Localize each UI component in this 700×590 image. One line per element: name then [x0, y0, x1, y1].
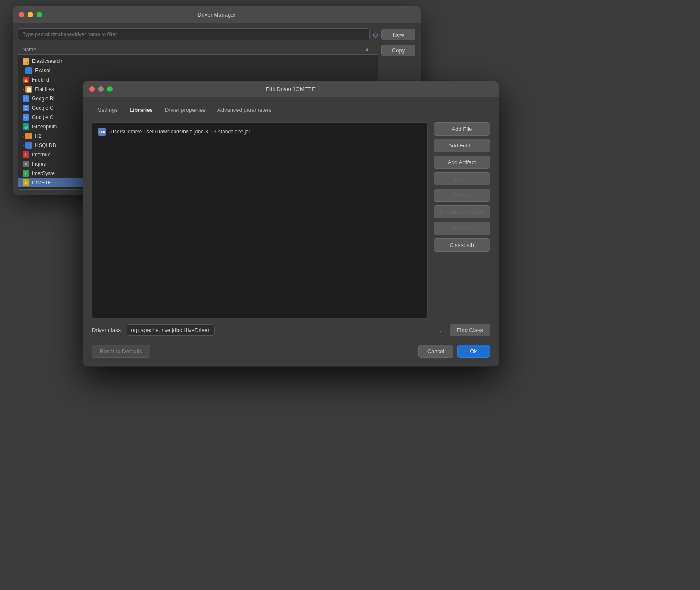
list-item[interactable]: › E Exasol: [18, 66, 378, 75]
new-button[interactable]: New: [381, 29, 415, 40]
dialog-window-controls: [89, 86, 113, 92]
ok-button[interactable]: OK: [457, 345, 490, 358]
driver-name: HSQLDB: [35, 142, 56, 148]
driver-name: Ingres: [32, 161, 46, 167]
file-path: /Users/ iomete-user /Downloads/hive-jdbc…: [109, 129, 250, 135]
google-icon: G: [23, 114, 29, 121]
add-folder-button[interactable]: Add Folder: [434, 139, 490, 152]
ingres-icon: ≡: [23, 161, 29, 167]
delete-button[interactable]: Delete: [434, 189, 490, 202]
driver-manager-titlebar: Driver Manager: [13, 6, 421, 23]
tab-settings[interactable]: Settings: [92, 104, 124, 116]
side-buttons: Add File Add Folder Add Artifact Edit ..…: [434, 122, 490, 318]
classpath-button[interactable]: Classpath: [434, 238, 490, 252]
add-file-button[interactable]: Add File: [434, 122, 490, 136]
close-button[interactable]: [19, 12, 24, 17]
driver-name: Firebird: [32, 77, 49, 83]
driver-name: IOMETE: [32, 180, 51, 186]
dialog-close-button[interactable]: [89, 86, 95, 92]
cancel-button[interactable]: Cancel: [418, 345, 453, 358]
intersystems-icon: I: [23, 170, 29, 177]
information-button[interactable]: Information: [434, 222, 490, 235]
tab-driver-properties[interactable]: Driver properties: [159, 104, 212, 116]
dialog-footer: Reset to Defaults Cancel OK: [92, 345, 490, 358]
iomete-icon: ✦: [23, 179, 29, 186]
driver-name: Flat files: [35, 86, 54, 92]
driver-name: Google Cl: [32, 114, 54, 120]
file-item[interactable]: JAR /Users/ iomete-user /Downloads/hive-…: [96, 126, 424, 137]
tab-advanced-parameters[interactable]: Advanced parameters: [212, 104, 277, 116]
driver-name: H2: [35, 133, 41, 139]
col-hash-header: #: [361, 47, 373, 53]
expand-arrow-icon: ›: [23, 143, 24, 148]
copy-button[interactable]: Copy: [381, 45, 415, 56]
h2-icon: H: [25, 133, 32, 139]
driver-name: Google Bi: [32, 96, 54, 102]
col-name-header: Name: [23, 47, 361, 53]
driver-class-row: Driver class: org.apache.hive.jdbc.HiveD…: [92, 324, 490, 336]
tab-libraries[interactable]: Libraries: [124, 104, 159, 116]
driver-name: Google Cl: [32, 105, 54, 111]
driver-name: Greenplum: [32, 124, 57, 130]
greenplum-icon: ◎: [23, 123, 29, 130]
dialog-titlebar: Edit Driver 'IOMETE': [83, 81, 499, 97]
list-item[interactable]: 🔍 Elasticsearch: [18, 57, 378, 66]
edit-driver-dialog: Edit Driver 'IOMETE' Settings Libraries …: [83, 81, 499, 367]
driver-class-label: Driver class:: [92, 327, 122, 333]
driver-name: Informix: [32, 152, 50, 158]
hsqldb-icon: H: [25, 142, 32, 149]
tabs-bar: Settings Libraries Driver properties Adv…: [92, 104, 490, 116]
add-artifact-button[interactable]: Add Artifact: [434, 156, 490, 169]
libraries-content: JAR /Users/ iomete-user /Downloads/hive-…: [92, 122, 490, 318]
filter-icon: ◇: [373, 31, 378, 39]
google-icon: G: [23, 95, 29, 102]
exasol-icon: E: [25, 67, 32, 74]
informix-icon: I: [23, 151, 29, 158]
window-controls: [19, 12, 42, 17]
expand-arrow-icon: ›: [23, 68, 24, 73]
dialog-minimize-button[interactable]: [98, 86, 104, 92]
flat-icon: 📄: [25, 86, 32, 93]
find-class-button[interactable]: Find Class: [450, 324, 490, 336]
dialog-maximize-button[interactable]: [107, 86, 113, 92]
reset-button[interactable]: Reset to Defaults: [92, 345, 150, 358]
jar-icon: JAR: [98, 128, 106, 136]
expand-arrow-icon: ›: [23, 134, 24, 139]
file-list-area[interactable]: JAR /Users/ iomete-user /Downloads/hive-…: [92, 122, 428, 318]
driver-class-select-wrapper: org.apache.hive.jdbc.HiveDriver: [127, 324, 446, 336]
driver-name: Elasticsearch: [32, 58, 62, 64]
edit-button[interactable]: Edit ...: [434, 172, 490, 185]
driver-list-header: Name #: [18, 45, 378, 55]
footer-left: Reset to Defaults: [92, 345, 414, 358]
filter-row: ◇ New: [18, 28, 415, 40]
driver-name: Exasol: [35, 68, 50, 74]
driver-class-select[interactable]: org.apache.hive.jdbc.HiveDriver: [127, 324, 215, 336]
dialog-title: Edit Driver 'IOMETE': [265, 86, 316, 92]
driver-manager-title: Driver Manager: [198, 11, 236, 18]
dialog-body: Settings Libraries Driver properties Adv…: [83, 97, 499, 366]
elastic-icon: 🔍: [23, 58, 29, 65]
minimize-button[interactable]: [28, 12, 33, 17]
google-icon: G: [23, 105, 29, 111]
expand-arrow-icon: ›: [23, 87, 24, 92]
firebird-icon: 🔥: [23, 77, 29, 83]
driver-filter-input[interactable]: [18, 28, 370, 40]
maximize-button[interactable]: [37, 12, 42, 17]
driver-name: InterSyste: [32, 170, 55, 176]
download-update-button[interactable]: Download/Update: [434, 205, 490, 218]
